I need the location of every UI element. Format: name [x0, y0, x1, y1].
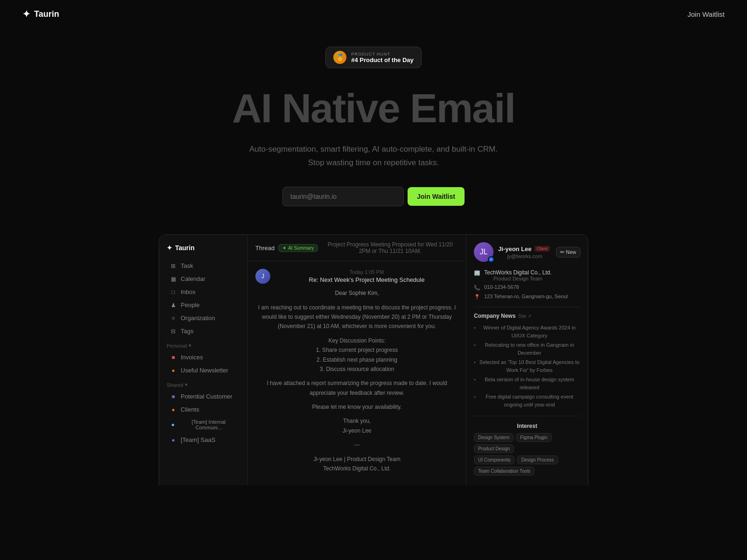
app-preview: ✦ Taurin ⊞ Task ▦ Calendar □ Inbox ♟ Peo… — [159, 234, 588, 485]
sidebar-logo: ✦ Taurin — [159, 242, 247, 259]
new-note-button[interactable]: ✏ New — [556, 247, 580, 258]
logo-text: Taurin — [34, 9, 59, 19]
newsletter-dot-icon: ● — [169, 367, 177, 374]
hero-subtitle: Auto-segmentation, smart filtering, AI a… — [9, 143, 738, 170]
tag-design-process[interactable]: Design Process — [517, 455, 558, 464]
interest-section: Interest Design System Figma Plugin Prod… — [474, 423, 580, 476]
sidebar-item-team-internal[interactable]: ● [Team] Internal Communi... — [162, 416, 245, 433]
message-meta: Today 1:05 PM Re: Next Week's Project Me… — [275, 269, 458, 283]
company-info-section: 🏢 TechWorks Digital Co., Ltd. Product De… — [474, 269, 580, 300]
inbox-icon: □ — [169, 289, 177, 295]
tag-ui-components[interactable]: UI Components — [474, 455, 514, 464]
news-list: Winner of Digital Agency Awards 2024 in … — [474, 323, 580, 409]
company-dept: Product Design Team — [484, 276, 552, 281]
news-item-4: Beta version of in-house design system r… — [474, 375, 580, 392]
personal-section-label: Personal ▾ — [159, 338, 247, 350]
message-separator: --- — [255, 440, 458, 449]
thread-label: Thread — [255, 245, 275, 252]
message-signature: Ji-yeon Lee | Product Design Team TechWo… — [255, 455, 458, 474]
sidebar-item-task-label: Task — [181, 262, 193, 269]
ai-summary-badge[interactable]: ✦ AI Summary — [278, 244, 318, 252]
sidebar-logo-text: Taurin — [175, 244, 195, 252]
company-name: TechWorks Digital Co., Ltd. — [484, 269, 552, 276]
sidebar-item-invoices[interactable]: ■ Invoices — [162, 351, 245, 364]
sidebar-item-team-saas[interactable]: ● [Team] SaaS — [162, 434, 245, 446]
sidebar-item-calendar[interactable]: ▦ Calendar — [162, 273, 245, 285]
hero-subtitle-line1: Auto-segmentation, smart filtering, AI a… — [249, 145, 498, 154]
hero-section: 🏅 PRODUCT HUNT #4 Product of the Day AI … — [0, 28, 747, 485]
contact-header: JL ✓ Ji-yeon Lee Client jy@tworks.com ✏ … — [474, 242, 580, 262]
clients-dot-icon: ● — [169, 406, 177, 413]
sidebar-item-potential-customer-label: Potential Customer — [181, 393, 233, 400]
sidebar-item-clients[interactable]: ● Clients — [162, 403, 245, 416]
message-header: J Today 1:05 PM Re: Next Week's Project … — [255, 269, 458, 284]
sidebar-item-org-label: Organization — [181, 315, 215, 322]
sidebar-item-newsletter-label: Useful Newsletter — [181, 367, 228, 374]
sidebar-item-team-internal-label: [Team] Internal Communi... — [180, 419, 237, 430]
sidebar-item-organization[interactable]: ⌗ Organization — [162, 312, 245, 324]
tag-product-design[interactable]: Product Design — [474, 444, 514, 453]
tag-team-collab[interactable]: Team Collaboration Tools — [474, 467, 535, 476]
phone-icon: 📞 — [474, 285, 480, 291]
personal-label-text[interactable]: Personal — [167, 343, 187, 349]
sidebar-item-inbox[interactable]: □ Inbox — [162, 286, 245, 298]
message-para-1: I am reaching out to coordinate a meetin… — [255, 303, 458, 331]
join-waitlist-button[interactable]: Join Waitlist — [408, 187, 465, 206]
crm-panel: JL ✓ Ji-yeon Lee Client jy@tworks.com ✏ … — [466, 235, 588, 485]
sidebar-item-tags[interactable]: ⊟ Tags — [162, 325, 245, 337]
ai-summary-text: AI Summary — [288, 245, 314, 251]
news-item-1: Winner of Digital Agency Awards 2024 in … — [474, 323, 580, 340]
news-item-5: Free digital campaign consulting event o… — [474, 392, 580, 409]
thread-subject: Project Progress Meeting Proposed for We… — [322, 241, 458, 254]
interest-tags-row-1: Design System Figma Plugin Product Desig… — [474, 433, 580, 453]
logo: ✦ Taurin — [22, 8, 59, 20]
sidebar-logo-icon: ✦ — [167, 244, 172, 252]
news-item-3: Selected as 'Top 10 Best Digital Agencie… — [474, 357, 580, 375]
contact-avatar-initials: JL — [480, 248, 488, 256]
sidebar-item-potential-customer[interactable]: ■ Potential Customer — [162, 390, 245, 403]
shared-chevron[interactable]: ▾ — [185, 382, 188, 388]
message-sign-off: Thank you, Ji-yeon Lee — [255, 416, 458, 435]
sidebar-item-task[interactable]: ⊞ Task — [162, 259, 245, 272]
interest-tags-row-2: UI Components Design Process — [474, 455, 580, 464]
sidebar-item-clients-label: Clients — [181, 406, 199, 413]
building-icon: 🏢 — [474, 270, 480, 276]
company-news-header: Company News Site ↗ — [474, 313, 580, 319]
company-details: TechWorks Digital Co., Ltd. Product Desi… — [484, 269, 552, 281]
personal-chevron[interactable]: ▾ — [189, 343, 191, 349]
invoices-dot-icon: ■ — [169, 354, 177, 361]
shared-label-text[interactable]: Shared — [167, 382, 183, 388]
message-greeting: Dear Sophie Kim, — [255, 288, 458, 298]
contact-name: Ji-yeon Lee Client — [498, 245, 551, 252]
contact-avatar: JL ✓ — [474, 242, 493, 262]
join-waitlist-nav-button[interactable]: Join Waitlist — [688, 10, 725, 18]
shared-section-label: Shared ▾ — [159, 377, 247, 390]
phone-number: 010-1234-5678 — [484, 284, 519, 290]
message-para-4: Please let me know your availability. — [255, 402, 458, 412]
site-link[interactable]: Site ↗ — [518, 314, 531, 319]
tag-figma-plugin[interactable]: Figma Plugin — [516, 433, 551, 442]
task-icon: ⊞ — [169, 263, 177, 269]
crm-divider-1 — [474, 307, 580, 307]
sidebar: ✦ Taurin ⊞ Task ▦ Calendar □ Inbox ♟ Peo… — [159, 235, 248, 485]
thread-panel: Thread ✦ AI Summary Project Progress Mee… — [248, 235, 466, 485]
email-form: Join Waitlist — [9, 187, 738, 206]
sidebar-item-team-saas-label: [Team] SaaS — [181, 436, 215, 443]
ai-star-icon: ✦ — [282, 245, 286, 251]
email-input[interactable] — [282, 187, 404, 206]
crm-divider-2 — [474, 416, 580, 416]
sidebar-item-people[interactable]: ♟ People — [162, 299, 245, 311]
message-body: Dear Sophie Kim, I am reaching out to co… — [255, 288, 458, 473]
potential-customer-dot-icon: ■ — [169, 393, 177, 400]
people-icon: ♟ — [169, 302, 177, 308]
interest-title: Interest — [474, 423, 580, 429]
message-subject: Re: Next Week's Project Meeting Schedule — [275, 276, 458, 283]
ph-label: PRODUCT HUNT — [351, 52, 414, 56]
sidebar-item-calendar-label: Calendar — [181, 275, 205, 282]
tag-design-system[interactable]: Design System — [474, 433, 514, 442]
sidebar-item-newsletter[interactable]: ● Useful Newsletter — [162, 364, 245, 377]
message-para-3: I have attached a report summarizing the… — [255, 378, 458, 398]
company-news-title: Company News — [474, 313, 515, 319]
sidebar-item-people-label: People — [181, 301, 199, 308]
sender-avatar: J — [255, 269, 270, 284]
